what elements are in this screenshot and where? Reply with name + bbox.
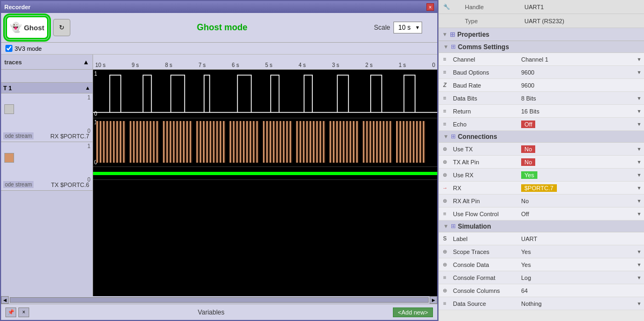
channel-name: Channel	[451, 56, 521, 63]
ruler-tick-7: 3 s	[332, 62, 339, 68]
svg-rect-6	[196, 121, 226, 163]
return-dropdown[interactable]: ▼	[634, 109, 644, 114]
console-data-dropdown[interactable]: ▼	[634, 262, 644, 268]
properties-section-label: Properties	[457, 31, 489, 38]
use-flow-control-row: ≡ Use Flow Control Off ▼	[439, 208, 644, 220]
svg-rect-7	[229, 121, 259, 163]
svg-rect-12	[396, 121, 425, 163]
rx-icon: →	[439, 185, 451, 191]
ghost-icon: 👻	[10, 22, 22, 34]
properties-panel: 🔧 Handle UART1 Type UART (RS232) ▼ ⊞ Pro…	[438, 0, 644, 321]
var-close-button[interactable]: ×	[18, 307, 29, 317]
recorder-titlebar: Recorder ×	[1, 1, 437, 13]
handle-label: Handle	[454, 4, 524, 10]
console-data-icon: ⊕	[439, 262, 451, 268]
ghost-label: Ghost	[24, 24, 44, 32]
rx-waveform-svg	[93, 70, 437, 118]
baud-rate-row: Z Baud Rate 9600	[439, 79, 644, 92]
scroll-left-button[interactable]: ◀	[1, 296, 9, 304]
use-tx-dropdown[interactable]: ▼	[634, 146, 644, 152]
type-row: Type UART (RS232)	[439, 14, 644, 28]
use-flow-control-dropdown[interactable]: ▼	[634, 211, 644, 217]
console-data-row: ⊕ Console Data Yes ▼	[439, 258, 644, 271]
ruler-tick-10: 0	[432, 62, 435, 68]
scale-select[interactable]: 10 s 5 s 1 s	[393, 22, 422, 34]
scroll-right-button[interactable]: ▶	[430, 296, 437, 304]
scope-traces-dropdown[interactable]: ▼	[634, 249, 644, 255]
trace-group-t1-arrow[interactable]: ▲	[85, 85, 90, 91]
rx-alt-pin-value: No	[521, 198, 634, 204]
green-line-track	[93, 167, 437, 180]
return-value: 16 Bits	[521, 108, 634, 115]
svg-rect-4	[129, 121, 159, 163]
horizontal-scrollbar[interactable]: ◀ ▶	[1, 296, 437, 304]
console-data-name: Console Data	[451, 262, 521, 268]
ruler-tick-5: 5 s	[265, 62, 272, 68]
baud-options-dropdown[interactable]: ▼	[634, 70, 644, 75]
properties-expand-icon[interactable]: ▼	[442, 31, 448, 37]
close-button[interactable]: ×	[426, 3, 434, 11]
tx-alt-pin-row: ⊕ TX Alt Pin No ▼	[439, 156, 644, 169]
add-new-button[interactable]: <Add new>	[393, 307, 433, 317]
ruler-tick-9: 1 s	[399, 62, 406, 68]
rx-alt-pin-icon: ⊕	[439, 198, 451, 204]
rx-alt-pin-dropdown[interactable]: ▼	[634, 198, 644, 204]
traces-collapse-icon[interactable]: ▲	[83, 58, 89, 66]
ghost-button[interactable]: 👻 Ghost	[5, 16, 49, 39]
echo-name: Echo	[451, 121, 521, 128]
ruler-tick-6: 4 s	[299, 62, 306, 68]
svg-rect-8	[262, 121, 292, 163]
rx-value: $PORTC.7	[521, 184, 634, 192]
refresh-button[interactable]: ↻	[53, 19, 70, 36]
use-rx-value: Yes	[521, 171, 634, 179]
channel-icon: ≡	[439, 56, 451, 62]
comms-settings-icon: ⊞	[451, 43, 456, 50]
scale-select-wrap[interactable]: 10 s 5 s 1 s	[393, 22, 422, 34]
3v3-mode-checkbox[interactable]	[5, 45, 12, 52]
baud-options-name: Baud Options	[451, 69, 521, 76]
recorder-toolbar: 👻 Ghost ↻ Ghost mode Scale 10 s 5 s 1 s	[1, 13, 437, 43]
use-rx-dropdown[interactable]: ▼	[634, 172, 644, 178]
comms-expand-icon[interactable]: ▼	[443, 44, 449, 50]
use-tx-badge: No	[521, 145, 535, 153]
connections-expand-icon[interactable]: ▼	[443, 133, 449, 139]
echo-row: ≡ Echo Off ▼	[439, 118, 644, 131]
echo-icon: ≡	[439, 121, 451, 127]
rx-color-swatch[interactable]	[4, 104, 14, 114]
baud-options-value: 9600	[521, 69, 634, 76]
ruler-tick-1: 9 s	[132, 62, 139, 68]
rx-waveform-track: 1 0	[93, 70, 437, 118]
rx-mode-label: ode stream	[3, 132, 34, 139]
scroll-track[interactable]	[10, 297, 429, 303]
data-bits-dropdown[interactable]: ▼	[634, 96, 644, 101]
echo-badge: Off	[521, 121, 535, 128]
channel-dropdown[interactable]: ▼	[634, 57, 644, 62]
handle-row: 🔧 Handle UART1	[439, 0, 644, 14]
green-line	[93, 172, 437, 175]
connections-icon: ⊞	[451, 133, 456, 140]
echo-dropdown[interactable]: ▼	[634, 122, 644, 127]
baud-rate-value: 9600	[521, 82, 634, 89]
console-format-icon: ≡	[439, 275, 451, 280]
rx-dropdown[interactable]: ▼	[634, 185, 644, 191]
var-pin-button[interactable]: 📌	[5, 307, 16, 317]
variables-label: Variables	[34, 309, 389, 316]
tx-color-swatch[interactable]	[4, 153, 14, 163]
ruler-tick-0: 10 s	[95, 62, 106, 68]
scope-traces-row: ⊕ Scope Traces Yes ▼	[439, 245, 644, 258]
console-format-dropdown[interactable]: ▼	[634, 275, 644, 280]
simulation-expand-icon[interactable]: ▼	[443, 223, 449, 229]
data-source-dropdown[interactable]: ▼	[634, 301, 644, 306]
tx-mode-label: ode stream	[3, 181, 34, 188]
properties-section-header: ▼ ⊞ Properties	[439, 28, 644, 41]
scale-group: Scale 10 s 5 s 1 s	[374, 22, 422, 34]
scope-traces-value: Yes	[521, 249, 634, 255]
tx-alt-pin-icon: ⊕	[439, 159, 451, 165]
trace-item-rx: 1 0 RX $PORTC.7 ode stream	[1, 93, 93, 142]
tx-waveform-svg	[93, 118, 437, 166]
ruler: 10 s 9 s 8 s 7 s 6 s 5 s 4 s 3 s 2 s 1 s…	[93, 55, 437, 69]
baud-options-row: ≡ Baud Options 9600 ▼	[439, 66, 644, 79]
scope-traces-name: Scope Traces	[451, 249, 521, 255]
tx-waveform-track: 1 0	[93, 118, 437, 167]
tx-alt-pin-dropdown[interactable]: ▼	[634, 159, 644, 165]
